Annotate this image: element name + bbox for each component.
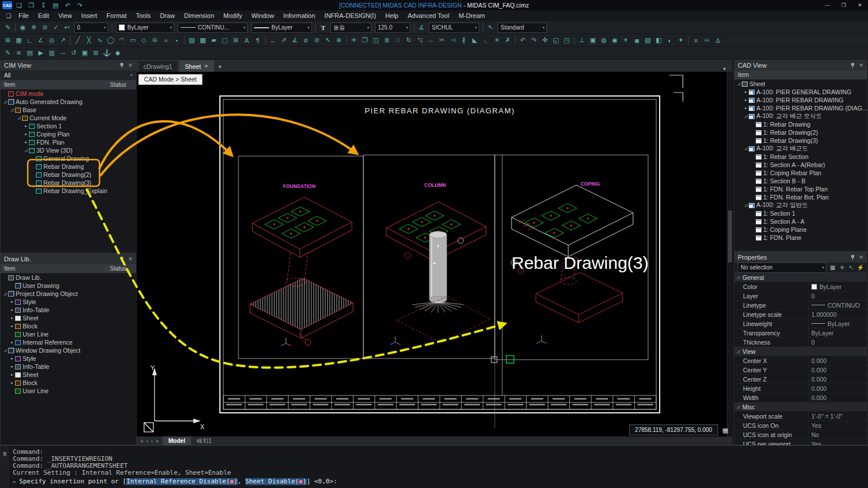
menu-help[interactable]: Help — [381, 10, 403, 21]
prop-value[interactable]: ByLayer — [808, 319, 867, 328]
prompt-segment[interactable]: Sheet Disable( — [245, 478, 299, 485]
toolbar-ortho-icon[interactable]: ∟ — [24, 35, 35, 46]
cad-item-1-fdn-rebar-top-plan[interactable]: 1: FDN. Rebar Top Plan — [734, 185, 867, 193]
menu-dimension[interactable]: Dimension — [179, 10, 219, 21]
menu-insert[interactable]: Insert — [76, 10, 102, 21]
toolbar-measure-icon[interactable]: ∆ — [712, 35, 723, 46]
tab-cdrawing1[interactable]: cDrawing1 — [138, 60, 178, 72]
toolbar-explode-icon[interactable]: ✳ — [491, 35, 502, 46]
menu-file[interactable]: File — [14, 10, 34, 21]
cad-item-a-100-교각-배근도[interactable]: ◿A-100: 교각 배근도 — [734, 145, 867, 153]
text-height-select[interactable]: 125.0▾ — [375, 23, 410, 33]
color-select[interactable]: ByLayer▾ — [116, 23, 174, 33]
menu-edit[interactable]: Edit — [34, 10, 54, 21]
cim-item-base[interactable]: ◿Base — [1, 106, 136, 114]
menu-modify[interactable]: Modify — [219, 10, 247, 21]
cad-item-a-100-pier-general-drawing[interactable]: ▸A-100: PIER GENERAL DRAWING — [734, 88, 867, 96]
cim-item-rebar-drawing-3[interactable]: Rebar Drawing(3) — [1, 179, 136, 187]
toolbar-render-icon[interactable]: ◙ — [631, 35, 642, 46]
tab-layout1[interactable]: 배치1 — [191, 437, 218, 445]
prop-value[interactable]: CONTINUO — [808, 301, 867, 309]
toolbar-print-icon[interactable]: ▤ — [52, 0, 60, 10]
tab-sheet[interactable]: Sheet✕ — [179, 60, 214, 72]
toolbar-named-view-icon[interactable]: ▣ — [587, 35, 598, 46]
layer-select[interactable]: 0▾ — [74, 23, 108, 33]
toolbar-select-objects-icon[interactable]: ↖ — [847, 263, 856, 273]
dim-style-select[interactable]: SICHUL▾ — [429, 23, 479, 33]
restore-button[interactable]: ❐ — [836, 0, 852, 10]
toolbar-redo-icon[interactable]: ↷ — [76, 0, 84, 10]
toolbar-layer-current-icon[interactable]: ✓ — [50, 23, 61, 33]
toolbar-xline-icon[interactable]: ╳ — [83, 35, 94, 46]
toolbar-play-icon[interactable]: ▶ — [35, 48, 46, 58]
prop-transparency[interactable]: TransparencyByLayer — [734, 328, 867, 338]
command-window[interactable]: ≣ Command:Command: _INSERTVIEWREGIONComm… — [0, 445, 868, 488]
prop-width[interactable]: Width0.000 — [734, 393, 867, 402]
prop-group-view[interactable]: ◿View — [734, 347, 867, 356]
prop-layer[interactable]: Layer0 — [734, 291, 867, 301]
prop-value[interactable]: Yes — [808, 421, 867, 430]
cad-item-1-coping-plane[interactable]: 1: Coping Plane — [734, 225, 867, 234]
toolbar-toggle-pickadd-icon[interactable]: ⚡ — [856, 263, 865, 273]
toolbar-layer-freeze-icon[interactable]: ❄ — [28, 23, 39, 33]
expand-arrow-icon[interactable]: ▸ — [743, 106, 749, 110]
prop-value[interactable]: 0 — [808, 338, 867, 346]
toolbar-mtext-icon[interactable]: ¶ — [252, 35, 263, 46]
lib-item-info-table[interactable]: ▸Info-Table — [1, 363, 136, 371]
menu-infra-design-i[interactable]: INFRA-DESIGN(I) — [320, 10, 381, 21]
toolbar-grid-icon[interactable]: ▦ — [13, 35, 24, 46]
scrollbar-thumb[interactable] — [728, 210, 732, 263]
toolbar-open-file-icon[interactable]: ❐ — [27, 0, 35, 10]
toolbar-orbit-icon[interactable]: ◍ — [598, 35, 609, 46]
toolbar-new-file-icon[interactable]: ❏ — [15, 0, 23, 10]
toolbar-circle-icon[interactable]: ◯ — [105, 35, 116, 46]
collapse-arrow-icon[interactable]: ◿ — [737, 349, 740, 354]
pin-icon[interactable] — [120, 62, 124, 69]
toolbar-line-icon[interactable]: ╱ — [72, 35, 83, 46]
expand-arrow-icon[interactable]: ▸ — [743, 90, 749, 94]
expand-arrow-icon[interactable]: ▸ — [9, 300, 15, 304]
prompt-segment[interactable]: ) — [303, 478, 307, 485]
prop-linetype-scale[interactable]: Linetype scale1.000000 — [734, 310, 867, 319]
toolbar-chamfer-icon[interactable]: ◣ — [469, 35, 480, 46]
drawing-viewport[interactable]: PIER REBAR DRAWING (DIAGRAM) FOUNDATION — [137, 72, 728, 437]
lib-item-block[interactable]: ▸Block — [1, 379, 136, 387]
cim-item-coping-plan[interactable]: ▸Coping Plan — [1, 130, 136, 138]
menu-advanced-tool[interactable]: Advanced Tool — [403, 10, 454, 21]
collapse-arrow-icon[interactable]: ◿ — [743, 146, 749, 151]
toolbar-toggle-value-icon[interactable]: ▦ — [828, 263, 837, 273]
close-button[interactable]: ✕ — [852, 0, 868, 10]
toolbar-match-properties-icon[interactable]: ∺ — [701, 35, 712, 46]
toolbar-table-grid-icon[interactable]: ⊞ — [90, 48, 101, 58]
cad-item-1-rebar-drawing-2[interactable]: 1: Rebar Drawing(2) — [734, 128, 867, 136]
prop-value[interactable]: ByLayer — [808, 282, 867, 291]
cim-item-3d-view-3d[interactable]: ◿3D View (3D) — [1, 146, 136, 154]
cim-item-rebar-drawing-2[interactable]: Rebar Drawing(2) — [1, 171, 136, 179]
prop-value[interactable]: ByLayer — [808, 328, 867, 337]
lib-item-project-drawing-object[interactable]: ◿Project Drawing Object — [1, 290, 136, 298]
tab-list-dropdown-icon[interactable]: ▼ — [722, 66, 733, 72]
prop-center-x[interactable]: Center X0.000 — [734, 356, 867, 365]
cad-item-sheet[interactable]: ◿Sheet — [734, 80, 867, 88]
collapse-arrow-icon[interactable]: ◿ — [9, 108, 15, 112]
toolbar-properties-icon[interactable]: ≡ — [690, 35, 701, 46]
lib-item-sheet[interactable]: ▸Sheet — [1, 314, 136, 322]
last-layout-icon[interactable]: » — [156, 438, 159, 444]
menu-m-dream[interactable]: M-Dream — [454, 10, 490, 21]
prop-linetype[interactable]: LinetypeCONTINUO — [734, 301, 867, 310]
collapse-arrow-icon[interactable]: ◿ — [2, 291, 8, 296]
collapse-arrow-icon[interactable]: ◿ — [2, 348, 8, 353]
toolbar-ucs-icon[interactable]: ⊥ — [576, 35, 587, 46]
expand-arrow-icon[interactable]: ▸ — [9, 372, 15, 377]
toolbar-zoom-window-icon[interactable]: ◱ — [550, 35, 561, 46]
toolbar-polyline-icon[interactable]: ∿ — [94, 35, 105, 46]
grid-toggle-icon[interactable]: ▦ — [720, 426, 730, 435]
toolbar-sketch-icon[interactable]: ✎ — [2, 48, 13, 58]
toolbar-tolerance-icon[interactable]: ⊕ — [333, 35, 344, 46]
tab-model[interactable]: Model — [163, 437, 191, 445]
new-tab-button[interactable]: + — [214, 61, 226, 72]
prop-thickness[interactable]: Thickness0 — [734, 338, 867, 347]
prompt-segment[interactable]: Internal Reference Disable( — [126, 478, 230, 485]
toolbar-regen-icon[interactable]: ↺ — [68, 48, 79, 58]
toolbar-dim-radius-icon[interactable]: ⌀ — [300, 35, 311, 46]
